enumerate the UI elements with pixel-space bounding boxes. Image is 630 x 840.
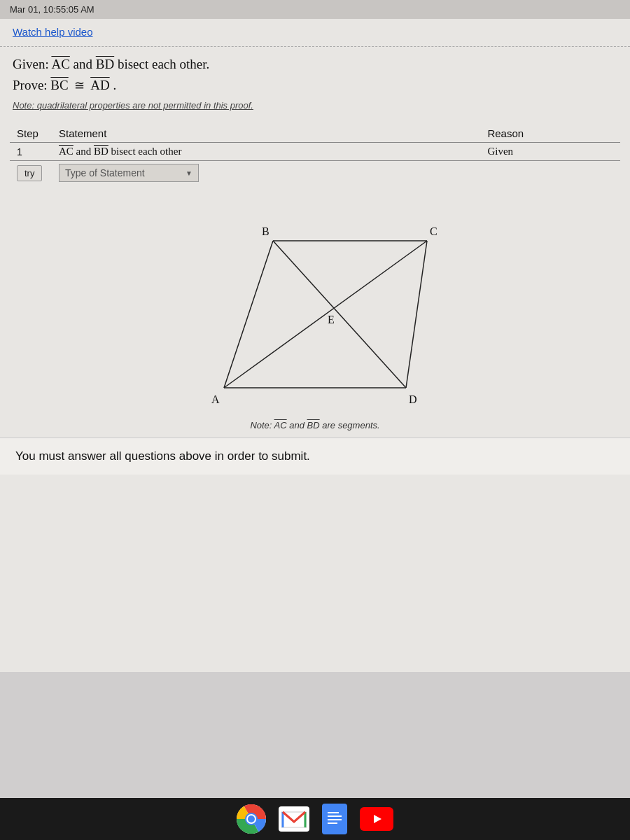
svg-rect-16 (328, 822, 337, 824)
svg-rect-13 (328, 812, 339, 813)
submit-bar: You must answer all questions above in o… (0, 438, 630, 475)
stmt-seg-ac: AC (59, 146, 74, 157)
top-bar: Mar 01, 10:55:05 AM (0, 0, 630, 19)
svg-rect-15 (328, 819, 342, 820)
taskbar (0, 798, 630, 840)
reason-empty-cell (480, 161, 620, 186)
problem-section: Given: AC and BD bisect each other. Prov… (0, 57, 630, 111)
col-statement: Statement (52, 123, 480, 143)
stmt-seg-bd: BD (94, 146, 108, 157)
docs-icon[interactable] (322, 804, 347, 834)
diagram-area: A B C D E Note: AC and BD are segments. (0, 185, 630, 438)
svg-rect-14 (328, 816, 342, 817)
proof-table-area: Step Statement Reason 1 AC and BD bisect… (0, 123, 630, 185)
gmail-icon[interactable] (279, 806, 309, 832)
try-cell: try (10, 161, 52, 186)
prove-segment-ad: AD (90, 78, 109, 92)
given-segment-ac: AC (51, 57, 69, 71)
label-d: D (409, 393, 417, 405)
col-step: Step (10, 123, 52, 143)
svg-line-0 (224, 241, 273, 388)
watch-help-link[interactable]: Watch help video (0, 19, 630, 42)
col-reason: Reason (480, 123, 620, 143)
reason-cell: Given (480, 143, 620, 161)
label-e: E (328, 314, 335, 326)
statement-cell: AC and BD bisect each other (52, 143, 480, 161)
diagram-note: Note: AC and BD are segments. (250, 420, 379, 430)
geometry-diagram: A B C D E (168, 199, 462, 416)
divider (0, 46, 630, 47)
step-number: 1 (10, 143, 52, 161)
given-segment-bd: BD (96, 57, 114, 71)
dropdown-arrow-icon: ▼ (186, 169, 192, 177)
youtube-icon[interactable] (360, 807, 393, 831)
label-c: C (430, 225, 438, 237)
svg-line-5 (273, 241, 406, 388)
label-a: A (211, 393, 220, 405)
label-b: B (262, 225, 270, 237)
type-of-statement-dropdown[interactable]: Type of Statement ▼ (59, 164, 199, 182)
note-line: Note: quadrilateral properties are not p… (13, 100, 617, 111)
proof-table: Step Statement Reason 1 AC and BD bisect… (10, 123, 620, 185)
submit-message: You must answer all questions above in o… (15, 449, 310, 463)
try-button[interactable]: try (17, 165, 42, 181)
table-row-try: try Type of Statement ▼ (10, 161, 620, 186)
prove-line: Prove: BC ≅ AD . (13, 78, 617, 93)
svg-point-9 (248, 816, 255, 822)
timestamp: Mar 01, 10:55:05 AM (10, 4, 94, 15)
dropdown-cell: Type of Statement ▼ (52, 161, 480, 186)
given-line: Given: AC and BD bisect each other. (13, 57, 617, 72)
dropdown-placeholder: Type of Statement (65, 167, 145, 178)
chrome-icon[interactable] (237, 804, 266, 834)
svg-line-4 (224, 241, 427, 388)
table-row: 1 AC and BD bisect each other Given (10, 143, 620, 161)
svg-line-2 (406, 241, 427, 388)
stmt-and: and (76, 146, 92, 157)
stmt-rest: bisect each other (111, 146, 182, 157)
main-content: Mar 01, 10:55:05 AM Watch help video Giv… (0, 0, 630, 672)
prove-segment-bc: BC (50, 78, 68, 92)
